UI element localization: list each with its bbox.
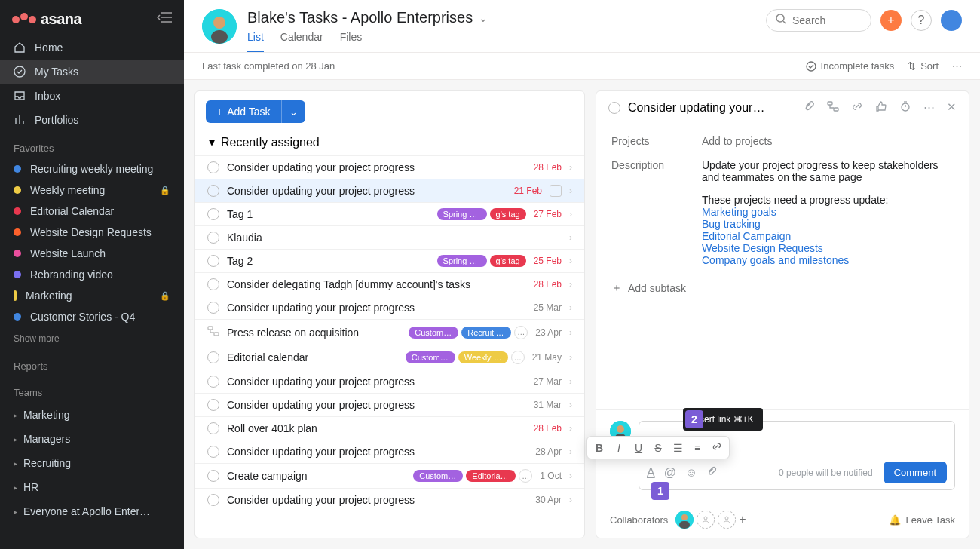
attachment-icon[interactable] [803,100,815,115]
nav-portfolios[interactable]: Portfolios [0,108,184,132]
task-row[interactable]: Consider updating your project progress3… [195,393,584,416]
task-row[interactable]: Tag 2Spring C…g's tag25 Feb› [195,249,584,272]
task-complete-toggle[interactable] [207,376,219,388]
collaborator-avatar[interactable] [675,511,694,529]
task-complete-toggle[interactable] [207,232,219,244]
calendar-icon[interactable] [550,185,562,197]
leave-task[interactable]: 🔔 Leave Task [889,514,955,526]
favorite-item[interactable]: Editorial Calendar [0,201,184,222]
detail-title[interactable]: Consider updating your… [628,101,795,115]
add-collaborator[interactable] [697,511,715,529]
page-title[interactable]: Blake's Tasks - Apollo Enterprises⌄ [247,9,755,26]
link-icon[interactable] [851,100,863,115]
task-complete-toggle[interactable] [207,446,219,458]
profile-avatar[interactable] [941,10,962,31]
task-complete-toggle[interactable] [207,208,219,220]
collapse-sidebar-icon[interactable] [157,11,172,27]
add-collaborator-plus[interactable]: + [739,513,746,526]
add-to-projects[interactable]: Add to projects [702,135,954,147]
bold-icon[interactable]: B [593,442,605,454]
numbered-list-icon[interactable]: ≡ [691,442,703,454]
complete-toggle[interactable] [608,102,620,114]
tab-calendar[interactable]: Calendar [280,31,323,52]
insert-link-icon[interactable] [711,441,723,454]
task-complete-toggle[interactable] [207,422,219,434]
logo[interactable]: asana [12,11,81,28]
collapse-icon[interactable]: ▾ [209,135,215,149]
task-row[interactable]: Roll over 401k plan28 Feb› [195,416,584,440]
project-link[interactable]: Bug tracking [702,218,954,230]
search-box[interactable] [766,9,871,32]
timer-icon[interactable] [899,100,911,115]
sort-button[interactable]: ⇅ Sort [908,60,939,72]
tab-files[interactable]: Files [340,31,363,52]
task-complete-toggle[interactable] [207,278,219,290]
favorite-item[interactable]: Website Design Requests [0,222,184,243]
nav-inbox[interactable]: Inbox [0,84,184,108]
attach-icon[interactable] [706,466,717,480]
filter-incomplete[interactable]: Incomplete tasks [806,60,895,72]
favorite-item[interactable]: Website Launch [0,243,184,264]
task-complete-toggle[interactable] [207,161,219,173]
quick-add-button[interactable]: + [880,10,902,31]
task-row[interactable]: Consider updating your project progress2… [195,440,584,463]
task-complete-toggle[interactable] [207,470,219,482]
chevron-down-icon[interactable]: ⌄ [479,12,488,24]
project-link[interactable]: Marketing goals [702,206,954,218]
more-icon[interactable]: ⋯ [952,60,962,72]
team-item[interactable]: ▸Marketing [0,403,184,427]
user-avatar[interactable] [202,9,237,44]
task-row[interactable]: Consider updating your project progress2… [195,296,584,319]
task-row[interactable]: Klaudia› [195,225,584,249]
task-row[interactable]: Consider updating your project progress2… [195,155,584,179]
task-complete-toggle[interactable] [207,351,219,363]
task-complete-toggle[interactable] [207,399,219,411]
subtask-icon[interactable] [827,100,839,115]
add-task-button[interactable]: + Add Task [206,100,281,123]
team-item[interactable]: ▸Managers [0,427,184,451]
more-icon[interactable]: ⋯ [923,100,935,115]
task-row[interactable]: Consider delegating Tadgh [dummy account… [195,272,584,296]
like-icon[interactable] [875,100,887,115]
search-input[interactable] [792,14,862,26]
add-subtask[interactable]: ＋ Add subtask [611,281,954,295]
team-item[interactable]: ▸Recruiting [0,451,184,475]
favorite-item[interactable]: Recruiting weekly meeting [0,158,184,179]
favorite-item[interactable]: Weekly meeting🔒 [0,179,184,201]
strike-icon[interactable]: S [652,442,664,454]
favorite-item[interactable]: Customer Stories - Q4 [0,306,184,327]
emoji-icon[interactable]: ☺ [685,466,697,480]
add-task-dropdown[interactable]: ⌄ [281,100,305,123]
nav-home[interactable]: Home [0,35,184,60]
task-row[interactable]: Consider updating your project progress3… [195,488,584,511]
format-icon[interactable]: A [647,466,655,480]
tab-list[interactable]: List [247,31,264,52]
description-body[interactable]: Update your project progress to keep sta… [702,159,954,266]
add-collaborator[interactable] [718,511,736,529]
favorite-item[interactable]: Rebranding video [0,264,184,285]
italic-icon[interactable]: I [613,442,625,454]
task-row[interactable]: Tag 1Spring C…g's tag27 Feb› [195,202,584,225]
task-complete-toggle[interactable] [207,185,219,197]
task-row[interactable]: Consider updating your project progress2… [195,179,584,202]
comment-input[interactable]: Insert link ⌘+K B I U S ☰ ≡ 2 [639,421,955,490]
project-link[interactable]: Editorial Campaign [702,230,954,242]
task-row[interactable]: Create campaignCustome…Editorial ……1 Oct… [195,463,584,488]
underline-icon[interactable]: U [632,442,645,454]
close-icon[interactable]: ✕ [947,100,957,115]
show-more[interactable]: Show more [0,327,184,350]
section-recently-assigned[interactable]: ▾ Recently assigned [195,130,584,155]
project-link[interactable]: Company goals and milestones [702,254,954,266]
task-row[interactable]: Press release on acquisitionCustome…Recr… [195,319,584,345]
help-button[interactable]: ? [911,10,932,31]
nav-mytasks[interactable]: My Tasks [0,60,184,84]
task-row[interactable]: Editorial calendarCustome…Weekly ……21 Ma… [195,345,584,370]
team-item[interactable]: ▸HR [0,475,184,499]
task-complete-toggle[interactable] [207,302,219,314]
task-complete-toggle[interactable] [207,255,219,267]
project-link[interactable]: Website Design Requests [702,242,954,254]
mention-icon[interactable]: @ [664,466,676,480]
comment-button[interactable]: Comment [884,462,947,483]
team-item[interactable]: ▸Everyone at Apollo Enter… [0,499,184,523]
bullet-list-icon[interactable]: ☰ [672,442,684,454]
